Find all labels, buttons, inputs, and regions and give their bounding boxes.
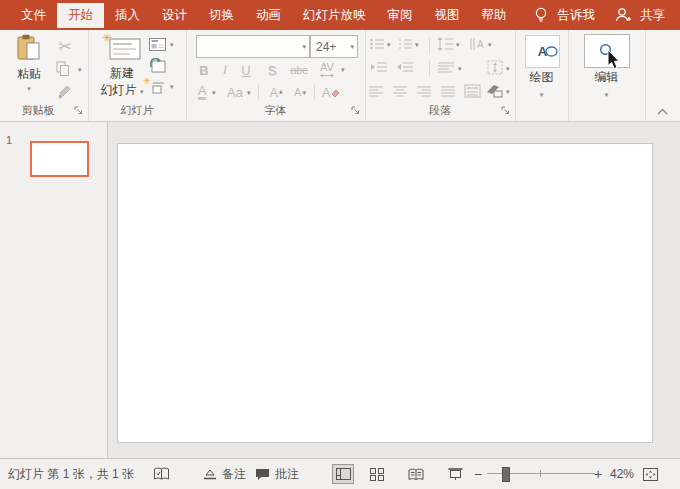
share-button[interactable]: 共享 [638, 7, 667, 24]
paste-button[interactable]: 粘贴 ▾ [10, 34, 48, 92]
numbering-caret[interactable]: ▾ [415, 41, 419, 48]
align-text-button[interactable] [487, 60, 503, 75]
align-center-button[interactable] [392, 85, 408, 97]
change-case-button[interactable]: Aa [224, 83, 246, 101]
reset-slide-button[interactable] [148, 57, 166, 73]
decrease-font-size-button[interactable]: A ▾ [290, 83, 310, 101]
comments-button[interactable]: 批注 [255, 459, 299, 489]
change-case-caret[interactable]: ▾ [247, 89, 251, 96]
powerpoint-window: 文件 开始 插入 设计 切换 动画 幻灯片放映 审阅 视图 帮助 告诉我 [0, 0, 680, 489]
notes-button[interactable]: 备注 [203, 459, 246, 489]
underline-button[interactable]: U [238, 61, 254, 79]
increase-indent-button[interactable] [396, 61, 414, 73]
new-slide-dropdown-caret[interactable]: ▾ [140, 88, 144, 95]
reading-view-button[interactable] [405, 464, 427, 484]
distribute-columns-button[interactable] [464, 84, 481, 98]
notes-label: 备注 [222, 466, 246, 483]
slide-layout-button[interactable] [148, 37, 166, 51]
bullets-caret[interactable]: ▾ [387, 41, 391, 48]
zoom-percent[interactable]: 42% [610, 459, 634, 489]
slideshow-icon [448, 468, 463, 481]
clear-formatting-glyph: A [322, 85, 331, 100]
tell-me-button[interactable]: 告诉我 [554, 7, 600, 24]
decrease-indent-button[interactable] [370, 61, 388, 73]
font-size-caret[interactable]: ▾ [350, 43, 354, 50]
proofing-status-button[interactable] [153, 459, 170, 489]
slide-sorter-view-button[interactable] [366, 464, 388, 484]
drawing-label: 绘图 [515, 69, 568, 86]
character-spacing-button[interactable]: AV [316, 59, 338, 79]
menu-bar: 文件 开始 插入 设计 切换 动画 幻灯片放映 审阅 视图 帮助 告诉我 [0, 0, 680, 30]
layout-dropdown-caret[interactable]: ▾ [170, 41, 174, 48]
scissors-icon: ✂ [58, 37, 71, 56]
tab-file[interactable]: 文件 [10, 0, 57, 30]
tab-slideshow[interactable]: 幻灯片放映 [292, 0, 377, 30]
font-name-combobox[interactable]: ▾ [196, 35, 310, 58]
bullets-button[interactable] [370, 38, 385, 50]
drawing-caret[interactable]: ▾ [540, 91, 544, 98]
italic-button[interactable]: I [218, 61, 232, 79]
columns-caret[interactable]: ▾ [458, 65, 462, 72]
section-button[interactable]: ✳ [146, 79, 166, 95]
chevron-up-icon [657, 108, 668, 115]
font-color-button[interactable]: A [194, 83, 210, 101]
smartart-caret[interactable]: ▾ [506, 88, 510, 95]
slide-canvas[interactable] [117, 143, 653, 443]
align-left-button[interactable] [368, 85, 384, 97]
drawing-group: A 绘图 ▾ [515, 30, 569, 121]
zoom-slider-thumb[interactable] [502, 467, 510, 482]
numbering-button[interactable] [398, 38, 413, 50]
tab-view[interactable]: 视图 [424, 0, 471, 30]
align-right-button[interactable] [416, 85, 432, 97]
slide-thumbnail-panel: 1 [0, 122, 108, 459]
paragraph-dialog-launcher-icon[interactable] [501, 106, 510, 115]
clear-formatting-button[interactable]: A [320, 83, 342, 101]
section-dropdown-caret[interactable]: ▾ [170, 83, 174, 90]
tab-insert[interactable]: 插入 [104, 0, 151, 30]
convert-smartart-button[interactable] [486, 84, 503, 98]
tab-help[interactable]: 帮助 [471, 0, 518, 30]
text-shadow-button[interactable]: S [264, 61, 280, 79]
copy-button[interactable] [54, 60, 72, 78]
line-spacing-caret[interactable]: ▾ [456, 41, 460, 48]
columns-button[interactable] [437, 61, 455, 73]
font-dialog-launcher-icon[interactable] [351, 106, 360, 115]
drawing-button[interactable]: A [525, 35, 560, 68]
zoom-in-button[interactable]: + [594, 459, 602, 489]
text-direction-caret[interactable]: ▾ [488, 41, 492, 48]
zoom-out-button[interactable]: − [474, 459, 482, 489]
tab-home[interactable]: 开始 [57, 3, 104, 28]
normal-view-button[interactable] [332, 464, 354, 484]
justify-button[interactable] [440, 85, 456, 97]
font-name-caret[interactable]: ▾ [302, 43, 306, 50]
tab-review[interactable]: 审阅 [377, 0, 424, 30]
status-bar: 幻灯片 第 1 张，共 1 张 备注 批注 [0, 458, 680, 489]
spacing-dropdown-caret[interactable]: ▾ [341, 66, 345, 73]
new-slide-button[interactable]: ✳ 新建 幻灯片 ▾ [96, 34, 148, 99]
tab-design[interactable]: 设计 [151, 0, 198, 30]
font-size-combobox[interactable]: 24+ ▾ [310, 35, 358, 58]
collapse-ribbon-button[interactable] [657, 108, 668, 115]
font-color-caret[interactable]: ▾ [212, 89, 216, 96]
align-text-caret[interactable]: ▾ [506, 65, 510, 72]
editing-caret[interactable]: ▾ [605, 91, 609, 98]
clipboard-group: 粘贴 ▾ ✂ ▾ [0, 30, 89, 121]
bold-button[interactable]: B [196, 61, 212, 79]
slide-thumbnail[interactable] [30, 141, 89, 177]
slideshow-view-button[interactable] [444, 464, 466, 484]
paste-dropdown-caret[interactable]: ▾ [10, 85, 48, 92]
increase-font-size-button[interactable]: A ▾ [266, 83, 286, 101]
text-direction-button[interactable]: A [469, 37, 485, 51]
strikethrough-button[interactable]: abc [286, 61, 312, 79]
grow-font-glyph: A [269, 85, 278, 100]
cut-button[interactable]: ✂ [54, 36, 76, 56]
copy-dropdown-caret[interactable]: ▾ [78, 66, 82, 73]
tab-transitions[interactable]: 切换 [198, 0, 245, 30]
menu-right-cluster: 告诉我 共享 [518, 0, 680, 30]
format-painter-button[interactable] [54, 82, 76, 102]
fit-slide-to-window-button[interactable] [639, 464, 661, 484]
fit-to-window-icon [643, 468, 658, 481]
line-spacing-button[interactable] [437, 37, 454, 51]
clipboard-dialog-launcher-icon[interactable] [74, 106, 83, 115]
tab-animations[interactable]: 动画 [245, 0, 292, 30]
